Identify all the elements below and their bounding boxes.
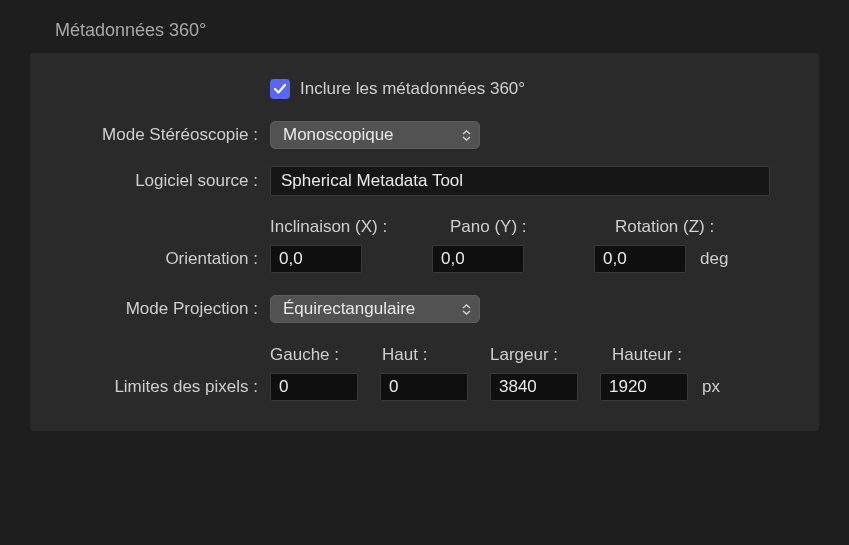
pixel-width-header: Largeur : <box>490 345 612 365</box>
pixel-left-input[interactable] <box>270 373 358 401</box>
stereo-mode-label: Mode Stéréoscopie : <box>60 125 270 145</box>
pixel-unit: px <box>702 377 720 397</box>
tilt-header: Inclinaison (X) : <box>270 217 450 237</box>
source-software-input[interactable] <box>270 166 770 196</box>
projection-mode-select[interactable]: Équirectangulaire <box>270 295 480 323</box>
pan-header: Pano (Y) : <box>450 217 615 237</box>
chevron-updown-icon <box>462 130 471 141</box>
pixel-bounds-label: Limites des pixels : <box>60 377 270 397</box>
include-metadata-checkbox[interactable] <box>270 79 290 99</box>
tilt-input[interactable] <box>270 245 362 273</box>
source-software-label: Logiciel source : <box>60 171 270 191</box>
check-icon <box>273 82 287 96</box>
roll-header: Rotation (Z) : <box>615 217 745 237</box>
stereo-mode-value: Monoscopique <box>283 125 394 145</box>
pan-input[interactable] <box>432 245 524 273</box>
section-title: Métadonnées 360° <box>55 20 819 41</box>
chevron-updown-icon <box>462 304 471 315</box>
metadata-panel: Inclure les métadonnées 360° Mode Stéréo… <box>30 53 819 431</box>
orientation-unit: deg <box>700 249 728 269</box>
include-metadata-label: Inclure les métadonnées 360° <box>300 79 525 99</box>
orientation-label: Orientation : <box>60 249 270 269</box>
projection-mode-value: Équirectangulaire <box>283 299 415 319</box>
pixel-top-header: Haut : <box>382 345 490 365</box>
roll-input[interactable] <box>594 245 686 273</box>
pixel-left-header: Gauche : <box>270 345 382 365</box>
stereo-mode-select[interactable]: Monoscopique <box>270 121 480 149</box>
pixel-top-input[interactable] <box>380 373 468 401</box>
pixel-width-input[interactable] <box>490 373 578 401</box>
pixel-height-input[interactable] <box>600 373 688 401</box>
pixel-height-header: Hauteur : <box>612 345 722 365</box>
projection-mode-label: Mode Projection : <box>60 299 270 319</box>
